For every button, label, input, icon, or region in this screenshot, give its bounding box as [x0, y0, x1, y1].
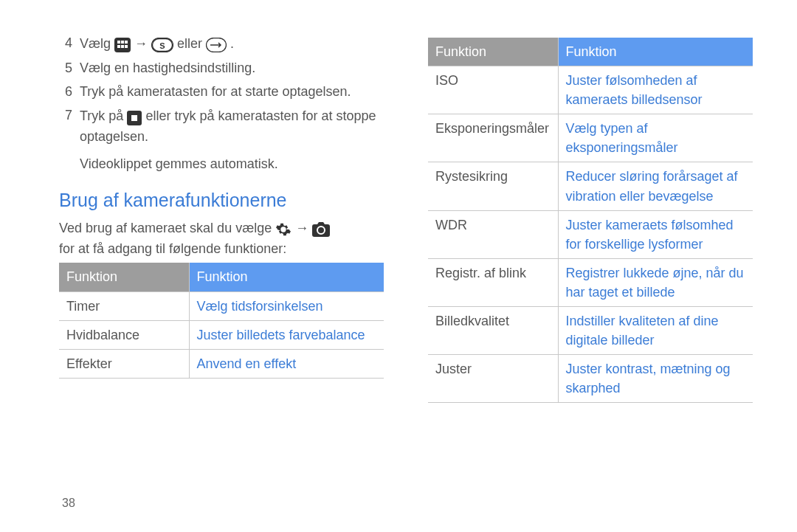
- function-name: Registr. af blink: [428, 258, 558, 306]
- function-desc: Reducer sløring forårsaget af vibration …: [558, 162, 753, 210]
- table-header-name: Funktion: [59, 263, 189, 291]
- step-number: 5: [59, 58, 72, 77]
- table-row: WDR Juster kameraets følsomhed for forsk…: [428, 210, 753, 258]
- step-number: 4: [59, 33, 72, 54]
- svg-rect-5: [121, 45, 124, 48]
- table-header-desc: Funktion: [189, 263, 384, 291]
- step-5: 5 Vælg en hastighedsindstilling.: [59, 58, 384, 77]
- table-row: Hvidbalance Juster billedets farvebalanc…: [59, 320, 384, 349]
- table-row: Timer Vælg tidsforsinkelsen: [59, 291, 384, 320]
- svg-rect-2: [121, 41, 124, 44]
- step-text: Vælg → S eller .: [80, 33, 234, 54]
- page-number: 38: [62, 497, 75, 510]
- step-text: Tryk på eller tryk på kameratasten for a…: [80, 106, 384, 146]
- function-name: Juster: [428, 355, 558, 403]
- auto-save-note: Videoklippet gemmes automatisk.: [80, 154, 384, 173]
- function-name: Billedkvalitet: [428, 307, 558, 355]
- function-desc: Juster kontrast, mætning og skarphed: [558, 355, 753, 403]
- step-4: 4 Vælg → S eller .: [59, 33, 384, 54]
- function-name: Effekter: [59, 349, 189, 378]
- function-name: Hvidbalance: [59, 320, 189, 349]
- step-number: 7: [59, 106, 72, 146]
- table-row: Registr. af blink Registrer lukkede øjne…: [428, 258, 753, 306]
- function-desc: Registrer lukkede øjne, når du har taget…: [558, 258, 753, 306]
- fast-motion-icon: S: [151, 35, 173, 54]
- table-row: Rystesikring Reducer sløring forårsaget …: [428, 162, 753, 210]
- table-row: Juster Juster kontrast, mætning og skarp…: [428, 355, 753, 403]
- menu-grid-icon: [114, 35, 131, 54]
- function-name: Eksponeringsmåler: [428, 114, 558, 162]
- section-heading: Brug af kamerafunktionerne: [59, 187, 384, 213]
- svg-text:S: S: [159, 41, 165, 50]
- function-desc: Vælg typen af eksponeringsmåler: [558, 114, 753, 162]
- svg-rect-6: [125, 45, 128, 48]
- intro-text: Ved brug af kameraet skal du vælge → for…: [59, 218, 384, 258]
- left-column: 4 Vælg → S eller .: [59, 33, 384, 403]
- step-6: 6 Tryk på kameratasten for at starte opt…: [59, 82, 384, 101]
- table-header-desc: Funktion: [558, 38, 753, 66]
- function-desc: Vælg tidsforsinkelsen: [189, 291, 384, 320]
- table-header-name: Funktion: [428, 38, 558, 66]
- function-desc: Juster billedets farvebalance: [189, 320, 384, 349]
- svg-rect-3: [125, 41, 128, 44]
- table-row: ISO Juster følsomheden af kameraets bill…: [428, 66, 753, 114]
- step-text: Tryk på kameratasten for at starte optag…: [80, 82, 351, 101]
- gear-icon: [275, 219, 291, 238]
- camera-icon: [312, 219, 330, 238]
- function-desc: Anvend en effekt: [189, 349, 384, 378]
- function-desc: Indstiller kvaliteten af dine digitale b…: [558, 307, 753, 355]
- table-row: Eksponeringsmåler Vælg typen af eksponer…: [428, 114, 753, 162]
- function-name: ISO: [428, 66, 558, 114]
- step-7: 7 Tryk på eller tryk på kameratasten for…: [59, 106, 384, 146]
- svg-rect-4: [117, 45, 120, 48]
- slow-motion-icon: [206, 35, 227, 54]
- svg-rect-12: [131, 115, 137, 121]
- function-name: Rystesikring: [428, 162, 558, 210]
- function-name: Timer: [59, 291, 189, 320]
- functions-table-left: Funktion Funktion Timer Vælg tidsforsink…: [59, 263, 384, 378]
- functions-table-right: Funktion Funktion ISO Juster følsomheden…: [428, 38, 753, 403]
- table-row: Effekter Anvend en effekt: [59, 349, 384, 378]
- svg-rect-1: [117, 41, 120, 44]
- function-name: WDR: [428, 210, 558, 258]
- table-row: Billedkvalitet Indstiller kvaliteten af …: [428, 307, 753, 355]
- step-text: Vælg en hastighedsindstilling.: [80, 58, 255, 77]
- right-column: Funktion Funktion ISO Juster følsomheden…: [428, 33, 753, 403]
- stop-icon: [127, 107, 142, 126]
- steps-list: 4 Vælg → S eller .: [59, 33, 384, 147]
- function-desc: Juster følsomheden af kameraets billedse…: [558, 66, 753, 114]
- step-number: 6: [59, 82, 72, 101]
- function-desc: Juster kameraets følsomhed for forskelli…: [558, 210, 753, 258]
